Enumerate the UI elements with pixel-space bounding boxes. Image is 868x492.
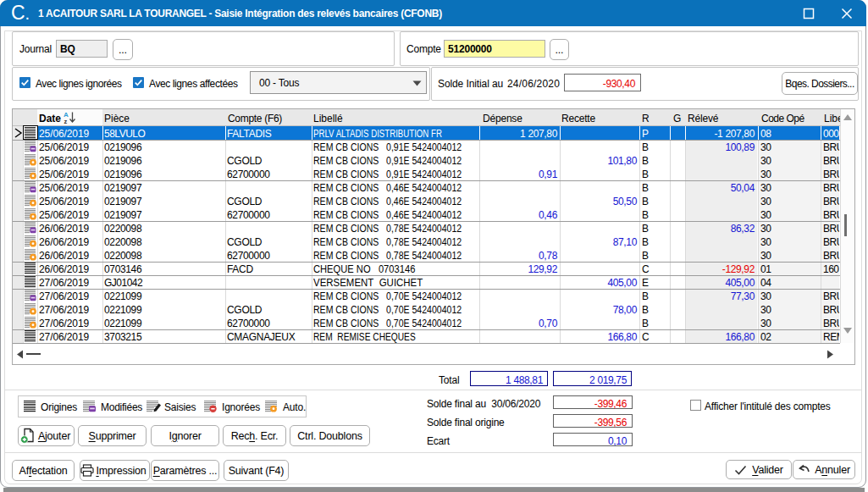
svg-text:z: z (64, 118, 68, 124)
